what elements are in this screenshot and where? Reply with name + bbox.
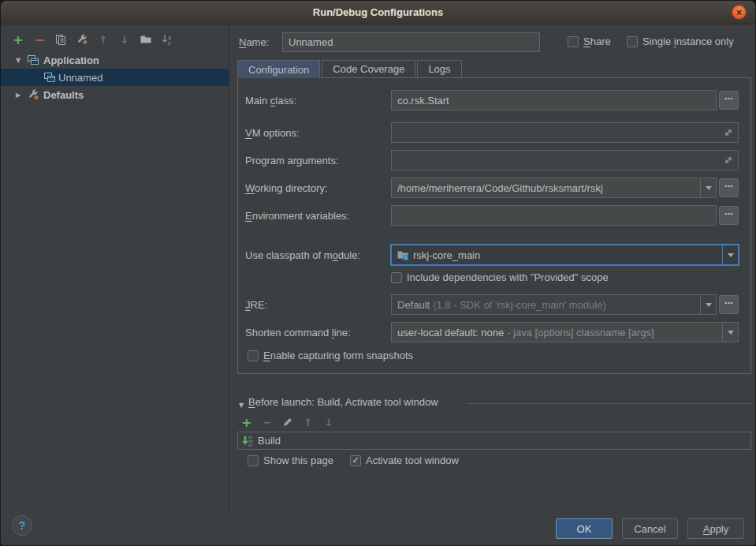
ok-button[interactable]: OK	[556, 518, 613, 539]
tab-code-coverage[interactable]: Code Coverage	[322, 60, 415, 77]
before-launch-toolbar: + − ↑ ↓	[240, 416, 335, 428]
window-title: Run/Debug Configurations	[313, 6, 443, 18]
tab-label: Logs	[428, 63, 450, 75]
close-button[interactable]: ×	[732, 5, 747, 20]
tree-item-unnamed[interactable]: Unnamed	[1, 69, 229, 86]
add-configuration-icon[interactable]: +	[12, 33, 24, 46]
edit-defaults-wrench-icon[interactable]	[76, 33, 88, 46]
svg-text:01: 01	[248, 443, 253, 447]
add-task-icon[interactable]: +	[240, 416, 253, 428]
activate-tool-window-checkbox[interactable]: ✓ Activate tool window	[350, 454, 459, 466]
sort-alphabetically-icon[interactable]: az	[161, 33, 173, 46]
wrench-icon	[27, 88, 39, 101]
button-label: OK	[577, 523, 592, 535]
checkbox-box	[568, 36, 579, 47]
show-this-page-checkbox[interactable]: Show this page	[248, 454, 333, 466]
before-launch-task-build[interactable]: 011001 Build	[237, 432, 751, 450]
move-up-icon[interactable]: ↑	[97, 33, 110, 46]
apply-button[interactable]: Apply	[687, 518, 744, 539]
sidebar-divider	[229, 24, 229, 512]
build-icon: 011001	[241, 435, 254, 447]
button-label: Cancel	[634, 523, 665, 535]
tab-configuration[interactable]: Configuration	[237, 60, 320, 78]
checkbox-box	[627, 36, 638, 47]
question-mark-icon: ?	[19, 519, 26, 532]
close-icon: ×	[736, 8, 742, 17]
copy-configuration-icon[interactable]	[54, 33, 67, 46]
checkbox-box	[248, 455, 259, 466]
checkbox-box: ✓	[350, 455, 361, 466]
new-folder-icon[interactable]	[140, 33, 152, 46]
titlebar[interactable]: Run/Debug Configurations ×	[1, 1, 755, 24]
checkbox-label: Share	[583, 36, 611, 47]
move-down-icon[interactable]: ↓	[118, 33, 131, 46]
share-checkbox[interactable]: Share	[568, 36, 611, 47]
checkbox-label: Activate tool window	[366, 454, 459, 466]
help-button[interactable]: ?	[12, 515, 32, 536]
tab-logs[interactable]: Logs	[417, 60, 461, 77]
chevron-down-icon[interactable]: ▼	[13, 57, 23, 64]
config-tabs: Configuration Code Coverage Logs	[237, 60, 462, 77]
before-launch-divider	[466, 403, 751, 404]
name-input[interactable]	[282, 32, 540, 52]
checkbox-label: Single instance only	[642, 36, 734, 47]
name-label: Name:	[239, 36, 269, 49]
chevron-right-icon[interactable]: ▶	[13, 92, 23, 99]
tab-label: Code Coverage	[333, 63, 404, 75]
application-icon	[27, 54, 39, 66]
configurations-toolbar: + − ↑ ↓ az	[12, 33, 173, 46]
tree-item-label: Application	[43, 54, 99, 66]
tab-label: Configuration	[248, 64, 309, 76]
tree-item-defaults[interactable]: ▶ Defaults	[1, 86, 229, 103]
svg-text:z: z	[168, 40, 171, 47]
move-task-down-icon[interactable]: ↓	[322, 416, 335, 428]
application-icon	[43, 71, 56, 84]
before-launch-collapse-icon[interactable]: ▼	[239, 399, 244, 412]
button-label: Apply	[703, 523, 729, 535]
tree-item-application[interactable]: ▼ Application	[1, 51, 229, 69]
edit-task-icon[interactable]	[281, 416, 294, 428]
task-label: Build	[258, 435, 281, 447]
run-debug-configurations-dialog: Run/Debug Configurations × + − ↑ ↓ az ▼ …	[0, 0, 756, 546]
before-launch-header[interactable]: Before launch: Build, Activate tool wind…	[248, 396, 438, 409]
tree-item-label: Unnamed	[58, 72, 102, 84]
tree-item-label: Defaults	[43, 89, 84, 101]
remove-configuration-icon[interactable]: −	[33, 33, 46, 46]
single-instance-checkbox[interactable]: Single instance only	[627, 36, 734, 47]
cancel-button[interactable]: Cancel	[622, 518, 678, 539]
checkbox-label: Show this page	[263, 454, 333, 466]
check-mark-icon: ✓	[352, 456, 359, 465]
remove-task-icon[interactable]: −	[261, 416, 274, 428]
configuration-tab-panel	[237, 77, 751, 374]
move-task-up-icon[interactable]: ↑	[302, 416, 315, 428]
